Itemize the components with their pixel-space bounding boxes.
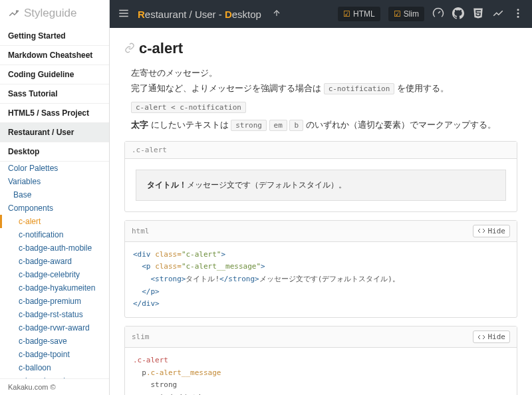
nav-c-badge-award[interactable]: c-badge-award <box>0 255 109 268</box>
svg-point-5 <box>517 9 519 11</box>
logo: Styleguide <box>0 0 109 27</box>
preview-box-1: タイトル！メッセージ文です（デフォルトスタイル）。 <box>136 170 506 201</box>
nav-c-badge-save[interactable]: c-badge-save <box>0 334 109 348</box>
nav-c-badge-celebrity[interactable]: c-badge-celebrity <box>0 268 109 281</box>
nav-getting-started[interactable]: Getting Started <box>0 27 109 46</box>
block-slim: slim Hide .c-alert p.c-alert__message st… <box>124 326 517 395</box>
html5-icon[interactable] <box>472 7 484 21</box>
nav-c-balloon[interactable]: c-balloon <box>0 361 109 374</box>
code-icon <box>477 333 485 341</box>
svg-point-6 <box>517 12 519 14</box>
svg-line-4 <box>438 11 440 13</box>
sidebar-footer: Kakaku.com © <box>0 378 109 395</box>
nav-restaurant[interactable]: Restaurant / User <box>0 123 109 142</box>
content: c-alert 左寄せのメッセージ。 完了通知など、よりメッセージを強調する場合… <box>110 28 532 395</box>
nav-components[interactable]: Components <box>0 201 109 215</box>
breadcrumb: Restaurant / User - Desktop <box>138 9 261 20</box>
nav-c-notification[interactable]: c-notification <box>0 228 109 241</box>
nav-c-badge-hyakumeiten[interactable]: c-badge-hyakumeiten <box>0 281 109 295</box>
code-icon <box>477 227 485 235</box>
code-relation: c-alert < c-notification <box>131 102 246 113</box>
hide-html-button[interactable]: Hide <box>473 225 511 237</box>
page-title: c-alert <box>139 40 183 57</box>
slim-label: slim <box>132 332 150 341</box>
logo-icon <box>8 7 20 19</box>
nav-c-badge-tpoint[interactable]: c-badge-tpoint <box>0 348 109 361</box>
nav-c-badge-rvwr-award[interactable]: c-badge-rvwr-award <box>0 321 109 334</box>
nav-desktop[interactable]: Desktop <box>0 142 109 162</box>
main: Restaurant / User - Desktop ☑HTML ☑Slim <box>110 0 532 395</box>
toggle-html[interactable]: ☑HTML <box>338 7 380 21</box>
nav-c-badge-auth-mobile[interactable]: c-badge-auth-mobile <box>0 241 109 255</box>
toggle-slim[interactable]: ☑Slim <box>388 7 424 21</box>
html-code: <div class="c-alert"> <p class="c-alert_… <box>125 242 517 317</box>
code-c-notification: c-notification <box>324 83 395 94</box>
up-arrow-icon[interactable] <box>272 9 281 20</box>
nav-html5[interactable]: HTML5 / Sass Project <box>0 104 109 123</box>
sidebar: Styleguide Getting Started Markdown Chea… <box>0 0 110 395</box>
nav-c-alert[interactable]: c-alert <box>0 215 109 228</box>
nav-c-badge-premium[interactable]: c-badge-premium <box>0 295 109 308</box>
brand-text: Styleguide <box>24 7 76 20</box>
anchor-icon[interactable] <box>124 43 135 55</box>
github-icon[interactable] <box>452 7 464 21</box>
nav-coding[interactable]: Coding Guideline <box>0 65 109 84</box>
nav-c-badge-rst-status[interactable]: c-badge-rst-status <box>0 308 109 321</box>
nav-sass[interactable]: Sass Tutorial <box>0 84 109 104</box>
topbar: Restaurant / User - Desktop ☑HTML ☑Slim <box>110 0 532 28</box>
nav-markdown[interactable]: Markdown Cheatsheet <box>0 46 109 65</box>
block-label-1: .c-alert <box>125 142 517 159</box>
description: 左寄せのメッセージ。 完了通知など、よりメッセージを強調する場合は c-noti… <box>131 65 517 133</box>
nav-base[interactable]: Base <box>0 188 109 201</box>
hamburger-icon[interactable] <box>118 7 130 21</box>
block-html: html Hide <div class="c-alert"> <p class… <box>124 220 517 318</box>
nav-variables[interactable]: Variables <box>0 175 109 188</box>
slim-code: .c-alert p.c-alert__message strong | タイト… <box>125 348 517 395</box>
svg-point-7 <box>517 15 519 17</box>
nav-color-palettes[interactable]: Color Palettes <box>0 162 109 175</box>
tool-icon[interactable] <box>492 7 504 21</box>
more-icon[interactable] <box>512 7 524 21</box>
gauge-icon[interactable] <box>432 7 444 21</box>
hide-slim-button[interactable]: Hide <box>473 330 511 343</box>
block-preview-1: .c-alert タイトル！メッセージ文です（デフォルトスタイル）。 <box>124 141 517 212</box>
html-label: html <box>132 227 150 235</box>
